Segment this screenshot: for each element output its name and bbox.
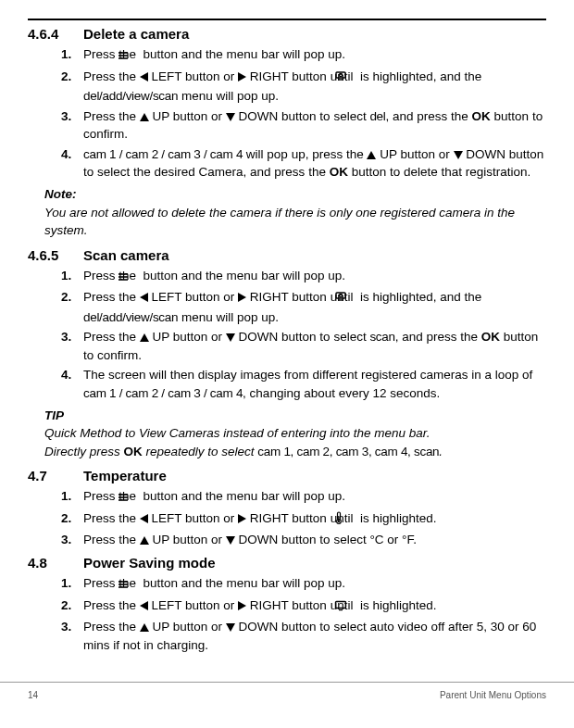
left-icon xyxy=(140,601,148,610)
step: 2.Press the LEFT button or RIGHT button … xyxy=(44,68,546,106)
down-icon xyxy=(226,113,235,121)
down-icon xyxy=(226,333,235,342)
up-icon xyxy=(140,333,149,342)
svg-point-10 xyxy=(340,295,343,297)
down-icon xyxy=(226,623,235,632)
step: 3.Press the UP button or DOWN button to … xyxy=(44,531,546,549)
heading-4-6-5: 4.6.5Scan camera xyxy=(28,247,546,263)
right-icon xyxy=(238,514,246,523)
right-icon xyxy=(238,72,246,82)
step: 4.The screen will then display images fr… xyxy=(44,366,546,402)
svg-rect-15 xyxy=(338,512,341,520)
step: 2.Press the LEFT button or RIGHT button … xyxy=(44,596,546,617)
step: 1.Press the button and the menu bar will… xyxy=(44,45,546,66)
down-icon xyxy=(454,151,463,159)
left-icon xyxy=(140,514,148,523)
steps-4-6-5: 1.Press the button and the menu bar will… xyxy=(28,267,546,403)
heading-4-8: 4.8Power Saving mode xyxy=(28,555,546,571)
step: 3.Press the UP button or DOWN button to … xyxy=(44,618,546,654)
heading-4-6-4: 4.6.4Delete a camera xyxy=(28,26,546,42)
svg-point-4 xyxy=(340,73,343,76)
step: 1.Press the button and the menu bar will… xyxy=(44,574,546,595)
svg-rect-21 xyxy=(336,601,346,608)
step: 4.cam 1 / cam 2 / cam 3 / cam 4 will pop… xyxy=(44,145,546,182)
steps-4-8: 1.Press the button and the menu bar will… xyxy=(28,574,546,654)
step: 3.Press the UP button or DOWN button to … xyxy=(44,107,546,144)
left-icon xyxy=(140,293,148,302)
left-icon xyxy=(140,72,148,82)
step: 2.Press the LEFT button or RIGHT button … xyxy=(44,509,546,530)
right-icon xyxy=(238,293,246,302)
step: 1.Press the button and the menu bar will… xyxy=(44,487,546,508)
step: 1.Press the button and the menu bar will… xyxy=(44,267,546,287)
step: 2.Press the LEFT button or RIGHT button … xyxy=(44,288,546,326)
steps-4-6-4: 1.Press the button and the menu bar will… xyxy=(28,45,546,182)
up-icon xyxy=(140,113,149,121)
up-icon xyxy=(367,151,376,159)
heading-4-7: 4.7Temperature xyxy=(28,468,546,483)
step: 3.Press the UP button or DOWN button to … xyxy=(44,328,546,364)
tip: TIP Quick Method to View Cameras instead… xyxy=(44,407,546,461)
svg-point-17 xyxy=(338,521,340,522)
footer: 14 Parent Unit Menu Options xyxy=(0,682,574,717)
steps-4-7: 1.Press the button and the menu bar will… xyxy=(28,487,546,549)
right-icon xyxy=(238,601,246,610)
down-icon xyxy=(226,536,235,545)
up-icon xyxy=(140,536,149,545)
note: Note: You are not allowed to delete the … xyxy=(44,185,546,240)
page-number: 14 xyxy=(28,690,38,700)
up-icon xyxy=(140,623,149,632)
footer-section: Parent Unit Menu Options xyxy=(440,690,546,700)
